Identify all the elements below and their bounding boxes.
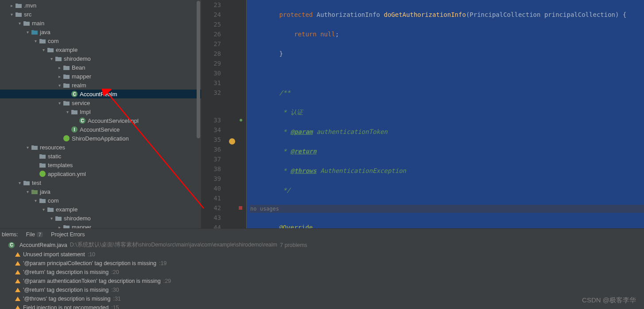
tree-label: Bean <box>72 64 85 71</box>
tree-label: example <box>56 206 78 213</box>
tree-label: service <box>72 100 90 106</box>
tree-label: com <box>48 197 59 204</box>
problem-item[interactable]: '@param authenticationToken' tag descrip… <box>0 277 644 286</box>
tree-item-templates[interactable]: templates <box>0 160 201 169</box>
code-editor[interactable]: 23 24 25 26 27 28 29 30 31 32 33 34 35 3… <box>202 0 644 228</box>
warning-icon <box>15 279 20 283</box>
tab-problems[interactable]: blems: <box>2 231 18 238</box>
tree-label: mapper <box>72 73 91 80</box>
annot-gutter <box>227 0 247 228</box>
tree-label: test <box>32 180 41 186</box>
tree-item-test-java[interactable]: ▾java <box>0 187 201 196</box>
tree-label: java <box>40 188 50 195</box>
tree-label: Impl <box>80 109 91 115</box>
problems-tabs: blems: File7 Project Errors <box>0 229 644 240</box>
tree-label: java <box>40 29 50 35</box>
warning-icon <box>15 270 20 274</box>
tree-item-accountrealm[interactable]: CAccountRealm <box>0 90 201 98</box>
problem-file-row[interactable]: C AccountRealm.java D:\系统默认\桌面\博客素材\shir… <box>0 240 644 250</box>
class-icon: C <box>79 117 85 124</box>
bulb-icon[interactable] <box>229 138 235 145</box>
vcs-added-icon <box>240 119 242 121</box>
tree-label: example <box>56 47 78 53</box>
tree-item-main[interactable]: ▾main <box>0 19 201 27</box>
warning-icon <box>15 288 20 292</box>
usages-hint[interactable]: no usages <box>250 204 279 214</box>
warning-icon <box>15 261 20 266</box>
tree-label: src <box>24 11 31 18</box>
tree-item-bean[interactable]: ▸Bean <box>0 63 201 72</box>
problem-file-name: AccountRealm.java <box>19 242 67 248</box>
problem-item[interactable]: Field injection is not recommended:15 <box>0 303 644 309</box>
tree-label: shirodemo <box>64 55 91 62</box>
tree-label: com <box>48 38 59 44</box>
problem-item[interactable]: '@throws' tag description is missing:31 <box>0 294 644 303</box>
tree-item-mvn[interactable]: ▸.mvn <box>0 1 201 10</box>
problems-panel[interactable]: blems: File7 Project Errors C AccountRea… <box>0 228 644 309</box>
problem-item[interactable]: '@return' tag description is missing:30 <box>0 286 644 294</box>
tree-label: templates <box>48 162 73 168</box>
interface-icon: I <box>71 126 78 133</box>
tab-project-errors[interactable]: Project Errors <box>51 231 85 238</box>
spring-boot-icon <box>63 135 70 141</box>
tree-label: static <box>48 153 61 160</box>
tree-label: mapper <box>72 224 91 229</box>
warning-icon <box>15 252 20 257</box>
tree-item-shirodemoapp[interactable]: ShiroDemoApplication <box>0 134 201 143</box>
tree-label: resources <box>40 144 65 151</box>
tree-item-mapper[interactable]: ▸mapper <box>0 72 201 81</box>
problem-file-path: D:\系统默认\桌面\博客素材\shiroDemo\src\main\java\… <box>70 241 277 249</box>
warning-icon <box>15 297 20 301</box>
watermark: CSDN @极客李华 <box>582 296 636 305</box>
tree-item-java[interactable]: ▾java <box>0 27 201 36</box>
tree-item-test-com[interactable]: ▾com <box>0 196 201 205</box>
code-content[interactable]: protected AuthorizationInfo doGetAuthori… <box>247 0 644 228</box>
tree-label: realm <box>72 82 86 89</box>
tree-item-com[interactable]: ▾com <box>0 36 201 45</box>
tree-label: AccountService <box>80 126 120 133</box>
class-icon: C <box>8 242 15 248</box>
project-tree[interactable]: ▸.mvn ▾src ▾main ▾java ▾com ▾example ▾sh… <box>0 0 202 228</box>
tree-item-example[interactable]: ▾example <box>0 45 201 54</box>
scrollbar-thumb[interactable] <box>197 1 200 138</box>
tree-item-impl[interactable]: ▾Impl <box>0 107 201 116</box>
tree-label: shirodemo <box>64 215 91 222</box>
problem-file-count: 7 problems <box>280 242 307 248</box>
tree-item-test-example[interactable]: ▾example <box>0 205 201 214</box>
tree-item-resources[interactable]: ▾resources <box>0 143 201 152</box>
tree-label: ShiroDemoApplication <box>72 135 129 142</box>
tree-item-test[interactable]: ▾test <box>0 178 201 187</box>
warning-icon <box>15 305 20 309</box>
problem-item[interactable]: '@param principalCollection' tag descrip… <box>0 259 644 268</box>
tree-item-shirodemo[interactable]: ▾shirodemo <box>0 54 201 63</box>
line-gutter: 23 24 25 26 27 28 29 30 31 32 33 34 35 3… <box>202 0 227 228</box>
tree-item-accountserviceimpl[interactable]: CAccountServiceImpl <box>0 116 201 125</box>
problem-item[interactable]: '@return' tag description is missing:20 <box>0 268 644 277</box>
tree-item-service[interactable]: ▾service <box>0 98 201 107</box>
tree-label: application.yml <box>48 171 86 177</box>
tree-label: AccountServiceImpl <box>88 117 139 124</box>
tab-file[interactable]: File7 <box>26 231 43 238</box>
tree-label: main <box>32 20 44 27</box>
tree-item-static[interactable]: static <box>0 152 201 160</box>
yaml-icon <box>39 171 46 177</box>
tree-item-applicationyml[interactable]: application.yml <box>0 169 201 178</box>
tree-item-test-mapper[interactable]: ▸mapper <box>0 223 201 228</box>
tree-item-realm[interactable]: ▾realm <box>0 81 201 90</box>
tree-item-src[interactable]: ▾src <box>0 10 201 19</box>
tree-label: AccountRealm <box>80 91 117 98</box>
tree-item-test-shirodemo[interactable]: ▾shirodemo <box>0 214 201 223</box>
class-icon: C <box>71 91 78 97</box>
tree-item-accountservice[interactable]: IAccountService <box>0 125 201 134</box>
vcs-deleted-icon <box>239 206 242 210</box>
problem-item[interactable]: Unused import statement:10 <box>0 250 644 259</box>
tree-label: .mvn <box>24 2 36 9</box>
